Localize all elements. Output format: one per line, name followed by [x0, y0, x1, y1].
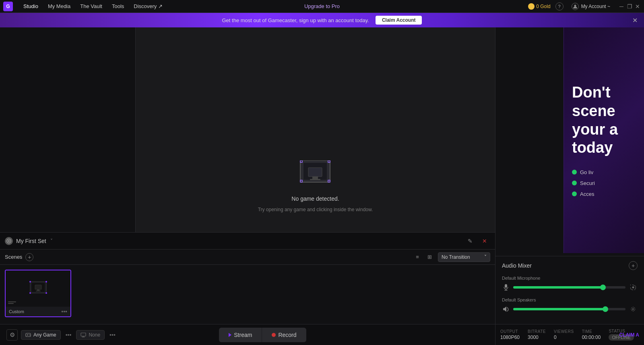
output-label: OUTPUT [500, 329, 520, 334]
svg-rect-32 [81, 333, 86, 336]
nav-item-tools[interactable]: Tools [108, 2, 128, 11]
nav-item-studio[interactable]: Studio [19, 2, 42, 11]
time-label: TIME [582, 329, 601, 334]
speakers-gear-button[interactable] [629, 305, 638, 314]
title-bar-right: 0 Gold ? My Account ~ ─ ❐ ✕ [528, 2, 641, 11]
monitor-icon [297, 160, 333, 191]
window-minimize[interactable]: ─ [618, 3, 625, 10]
claim-action-button[interactable]: CLAIM A [619, 332, 639, 338]
nav-item-vault[interactable]: The Vault [76, 2, 106, 11]
nav-menu: Studio My Media The Vault Tools Discover… [19, 2, 167, 11]
edit-set-button[interactable]: ✎ [464, 235, 476, 247]
promo-check-3: Acces [572, 191, 595, 197]
promo-check-2: Securi [572, 180, 595, 186]
svg-point-21 [29, 281, 31, 283]
scenes-header: Scenes + ≡ ⊞ No Transition ˅ [0, 249, 495, 265]
viewers-value: 0 [554, 335, 574, 340]
bitrate-status: BITRATE 3000 [528, 329, 546, 340]
add-mixer-button[interactable]: + [629, 261, 638, 270]
stream-bar-center: Stream Record [219, 328, 306, 342]
account-label: My Account ~ [581, 4, 610, 9]
speakers-track: Default Speakers [502, 297, 638, 314]
set-bar: My First Set ˅ ✎ ✕ [0, 233, 495, 249]
game-more-button[interactable]: ••• [64, 330, 73, 340]
svg-point-22 [45, 281, 47, 283]
svg-point-30 [29, 334, 30, 335]
time-value: 00:00:00 [582, 335, 601, 340]
speakers-slider[interactable] [513, 308, 625, 310]
source-selector[interactable]: None [76, 330, 105, 340]
no-game-container: No game detected. Try opening any game a… [258, 160, 373, 212]
promo-banner: Get the most out of Gamecaster, sign up … [0, 13, 644, 27]
right-panel-promo: Don't scene your a today Go liv Securi A… [564, 27, 644, 253]
status-bar: OUTPUT 1080P60 BITRATE 3000 VIEWERS 0 TI… [495, 324, 644, 345]
microphone-thumb[interactable] [600, 285, 606, 290]
check-dot-2 [572, 181, 577, 185]
claim-account-button[interactable]: Claim Account [376, 16, 422, 25]
svg-rect-4 [312, 177, 318, 179]
scene-item[interactable]: Custom ••• [5, 270, 71, 317]
stream-label: Stream [234, 332, 252, 338]
title-bar: G Studio My Media The Vault Tools Discov… [0, 0, 644, 13]
delete-set-button[interactable]: ✕ [479, 235, 490, 247]
bitrate-label: BITRATE [528, 329, 546, 334]
transition-label: No Transition [442, 254, 470, 260]
audio-mixer-title: Audio Mixer [502, 262, 532, 269]
viewers-label: VIEWERS [554, 329, 574, 334]
svg-point-23 [29, 292, 31, 294]
nav-item-discovery[interactable]: Discovery ↗ [130, 2, 167, 11]
microphone-track: Default Microphone [502, 276, 638, 292]
scene-more-button[interactable]: ••• [61, 308, 67, 315]
promo-close-button[interactable]: ✕ [632, 17, 638, 24]
svg-rect-18 [35, 285, 41, 289]
microphone-gear-button[interactable] [629, 283, 638, 292]
window-controls: ─ ❐ ✕ [618, 3, 641, 10]
speakers-fill [513, 308, 605, 310]
speakers-thumb[interactable] [603, 306, 608, 312]
grid-view-button[interactable]: ⊞ [424, 252, 435, 262]
svg-rect-20 [36, 291, 41, 291]
gold-label: 0 Gold [536, 4, 550, 9]
add-scene-button[interactable]: + [25, 253, 33, 261]
upgrade-link[interactable]: Upgrade to Pro [304, 3, 340, 9]
svg-rect-19 [37, 289, 39, 291]
set-indicator [5, 237, 13, 245]
svg-rect-25 [8, 301, 16, 302]
scene-label-bar: Custom ••• [6, 307, 70, 316]
game-selector[interactable]: Any Game [21, 330, 61, 340]
microphone-fill [513, 286, 603, 289]
transition-select[interactable]: No Transition ˅ [438, 252, 490, 262]
svg-rect-3 [308, 168, 322, 177]
microphone-icon [502, 283, 510, 291]
speakers-controls [502, 305, 638, 314]
microphone-slider[interactable] [513, 286, 625, 289]
set-bar-right: ✎ ✕ [464, 235, 490, 247]
stream-button[interactable]: Stream [219, 328, 262, 342]
svg-rect-5 [310, 179, 320, 180]
help-button[interactable]: ? [555, 2, 564, 10]
scene-name: Custom [9, 309, 24, 314]
source-more-button[interactable]: ••• [108, 330, 117, 340]
speakers-label: Default Speakers [502, 297, 638, 302]
promo-check-1: Go liv [572, 169, 595, 175]
svg-point-38 [632, 308, 634, 310]
no-game-subtitle: Try opening any game and clicking inside… [258, 207, 373, 212]
microphone-label: Default Microphone [502, 276, 638, 281]
nav-item-my-media[interactable]: My Media [44, 2, 74, 11]
settings-gear-button[interactable]: ⚙ [6, 329, 18, 341]
gold-icon [528, 3, 535, 10]
window-restore[interactable]: ❐ [626, 3, 633, 10]
account-button[interactable]: My Account ~ [568, 2, 613, 11]
record-button[interactable]: Record [262, 328, 306, 342]
promo-text: Get the most out of Gamecaster, sign up … [222, 17, 369, 23]
audio-mixer-panel: Audio Mixer + Default Microphone [495, 256, 644, 324]
window-close[interactable]: ✕ [634, 3, 641, 10]
game-label: Any Game [33, 332, 56, 338]
audio-mixer-header: Audio Mixer + [502, 261, 638, 270]
list-view-button[interactable]: ≡ [412, 252, 423, 262]
stream-bar: ⚙ Any Game ••• None [0, 324, 495, 345]
title-bar-center: Upgrade to Pro [304, 3, 340, 9]
stream-icon [229, 333, 231, 337]
record-icon [272, 333, 276, 337]
promo-checklist: Go liv Securi Acces [572, 169, 595, 197]
